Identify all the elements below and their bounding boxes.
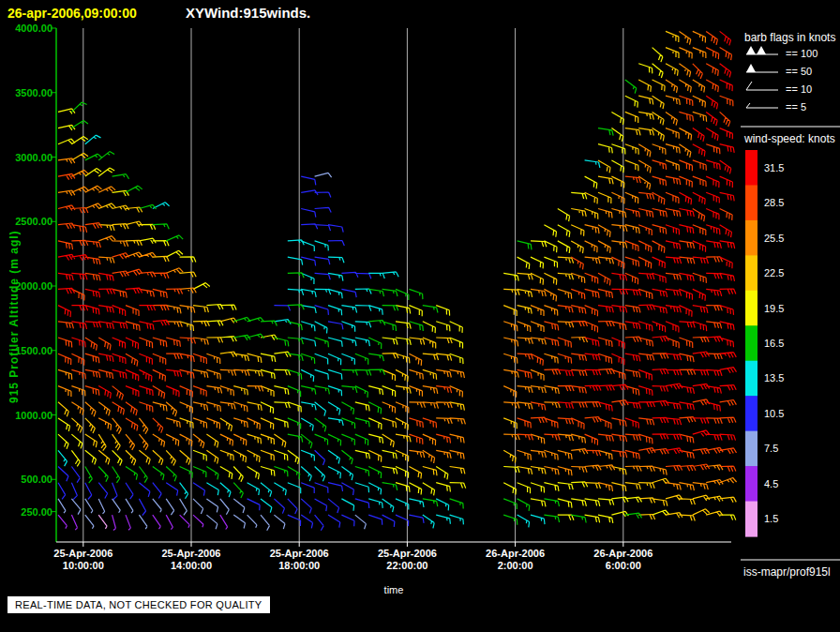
speed-scale-swatch — [745, 396, 758, 431]
speed-scale-swatch — [745, 431, 758, 467]
plot-canvas — [0, 0, 840, 632]
speed-scale-swatch — [745, 361, 758, 397]
speed-scale-swatch — [745, 325, 758, 361]
speed-scale-swatch — [745, 291, 758, 326]
wind-barbs — [58, 173, 366, 530]
wind-barbs — [98, 515, 107, 529]
wind-barbs — [58, 31, 737, 471]
speed-scale-swatch — [745, 466, 758, 502]
speed-scale-swatch — [745, 255, 758, 291]
quality-banner: REAL-TIME DATA, NOT CHECKED FOR QUALITY — [8, 596, 270, 613]
wind-barbs — [71, 80, 641, 525]
x-axis-title: time — [356, 584, 431, 595]
y-axis-title: 915 Profiler Altitude (m agl) — [8, 230, 21, 403]
footer-path: iss-mapr/prof915l — [743, 565, 831, 579]
wind-barbs — [58, 48, 736, 523]
wind-profiler-window: 26-apr-2006,09:00:00 XYWind:915winds. 25… — [0, 0, 840, 632]
speed-scale-swatch — [745, 185, 758, 220]
speed-scale-swatch — [745, 150, 758, 186]
speed-scale-swatch — [745, 502, 758, 537]
speed-legend-header: wind-speed: knots — [744, 132, 835, 145]
speed-scale-swatch — [745, 220, 758, 256]
barb-legend-header: barb flags in knots — [744, 31, 835, 44]
